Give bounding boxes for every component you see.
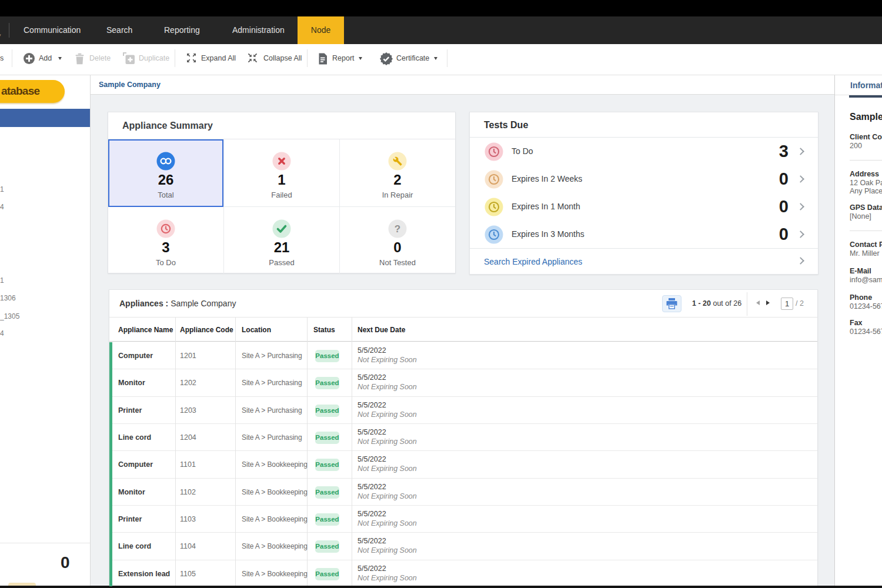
svg-text:?: ? — [395, 223, 400, 235]
